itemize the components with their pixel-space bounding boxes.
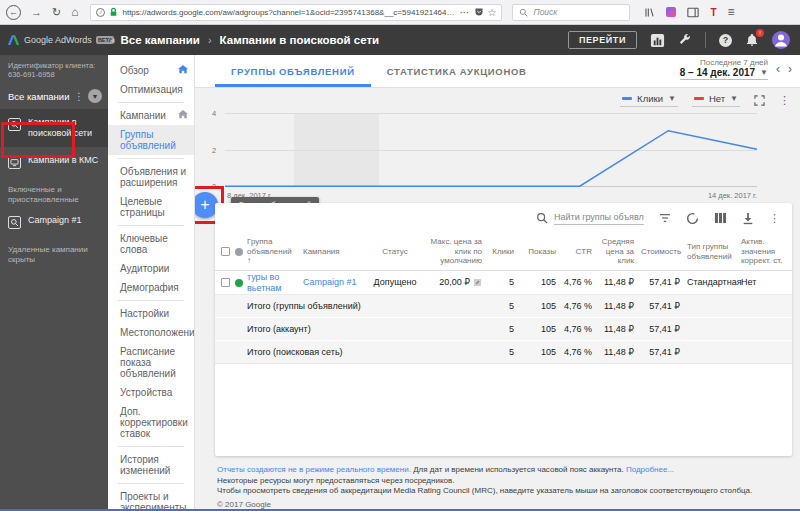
nav-item-campaigns[interactable]: Кампании [108,106,194,125]
date-next-icon[interactable]: › [788,62,792,76]
learn-more-link[interactable]: Подробнее... [626,465,674,474]
nav-item-drafts-experiments[interactable]: Проекты и эксперименты [108,487,194,511]
browser-home-icon[interactable]: ⌂ [71,5,78,19]
page-actions-icon[interactable]: ⋯ [460,7,470,18]
row-checkbox[interactable] [221,278,230,287]
url-text[interactable]: https://adwords.google.com/aw/adgroups?c… [122,8,455,17]
collapse-arrow-icon[interactable]: ◂ [110,35,115,45]
nav-item-landing-pages[interactable]: Целевые страницы [108,192,194,222]
nav-item-ad-schedule[interactable]: Расписание показа объявлений [108,342,194,383]
extension-t-icon[interactable]: T [710,7,716,18]
col-cost[interactable]: Стоимость [641,247,687,257]
collapse-circle-icon[interactable]: ▼ [88,89,102,103]
date-prev-icon[interactable]: ‹ [776,62,780,76]
nav-item-bid-adjustments[interactable]: Доп. корректировки ставок [108,402,194,443]
download-icon[interactable] [742,212,754,225]
col-ctr[interactable]: CTR [563,247,599,257]
col-clicks[interactable]: Клики [489,247,521,257]
nav-item-ad-groups[interactable]: Группы объявлений [108,125,194,155]
campaign-1-label: Campaign #1 [28,215,82,226]
section-nav: Обзор Оптимизация Кампании Группы объявл… [108,55,195,511]
columns-icon[interactable] [714,212,727,224]
nav-divider [118,225,184,226]
tab-auction-stats[interactable]: СТАТИСТИКА АУКЦИОНОВ [371,55,543,87]
date-range-picker[interactable]: Последние 7 дней 8 – 14 дек. 2017 ▼ ‹ › [680,58,792,80]
back-icon[interactable]: ← [6,5,21,20]
table-menu-icon[interactable]: ⋮ [769,212,780,225]
filter-icon[interactable] [659,213,671,223]
sidebar-toggle-icon[interactable] [687,7,699,18]
forward-icon[interactable]: → [31,6,42,18]
table-row: туры во вьетнам Campaign #1 Допущено 20,… [215,271,792,295]
campaign-link[interactable]: Campaign #1 [303,277,367,288]
metric-selector-1[interactable]: Клики ▼ [620,93,678,107]
nav-item-audiences[interactable]: Аудитории [108,259,194,278]
select-all-checkbox[interactable] [221,247,230,256]
col-ad-group[interactable]: Группа объявлений↑ [247,237,303,266]
sort-asc-icon: ↑ [247,256,303,266]
metric-selector-2[interactable]: Нет ▼ [692,93,740,107]
highlights-icon[interactable] [666,7,676,17]
status-enabled-icon[interactable] [235,279,243,287]
edit-pencil-icon[interactable] [473,278,482,287]
status-value: Допущено [367,277,423,288]
browser-search-input[interactable]: Поиск [512,4,630,21]
nav-item-devices[interactable]: Устройства [108,383,194,402]
breadcrumb-current: Кампании в поисковой сети [220,34,380,46]
refresh-icon[interactable]: ↻ [52,6,61,19]
date-range-value[interactable]: 8 – 14 дек. 2017 [680,67,755,78]
status-dot-header-icon[interactable] [235,248,243,256]
campaigns-overflow-icon[interactable]: ⋮ [74,91,84,102]
go-button[interactable]: ПЕРЕЙТИ [568,31,637,49]
nav-item-change-history[interactable]: История изменений [108,450,194,480]
ad-group-link[interactable]: туры во вьетнам [247,272,303,293]
all-campaigns-label: Все кампании [8,91,70,102]
library-icon[interactable] [644,7,655,18]
sidebar-item-campaign-1[interactable]: Campaign #1 [0,207,108,237]
col-ad-group-type[interactable]: Тип группы объявлений [687,242,741,261]
chart-menu-icon[interactable]: ⋮ [779,94,790,107]
pocket-icon[interactable] [474,7,484,17]
tab-ad-groups[interactable]: ГРУППЫ ОБЪЯВЛЕНИЙ [215,55,371,87]
col-impressions[interactable]: Показы [521,247,563,257]
reports-icon[interactable] [650,33,665,48]
sidebar-item-display-campaigns[interactable]: Кампании в КМС [0,147,108,177]
info-icon[interactable]: i [96,8,105,17]
bookmark-star-icon[interactable]: ☆ [488,7,497,18]
col-avg-cpc[interactable]: Средняя цена за клик [599,237,641,266]
realtime-note-link[interactable]: Отчеты создаются не в режиме реального в… [217,465,411,474]
sidebar-item-search-campaigns[interactable]: Кампании в поисковой сети [0,109,108,147]
nav-item-locations[interactable]: Местоположения [108,323,194,342]
menu-icon[interactable]: ≡ [728,5,735,19]
notification-badge: ! [756,29,764,37]
notifications-icon[interactable]: ! [745,33,759,47]
search-icon [519,8,528,17]
adwords-logo-icon [7,34,20,46]
url-bar[interactable]: i https://adwords.google.com/aw/adgroups… [90,4,502,21]
tools-wrench-icon[interactable] [678,33,692,47]
refresh-circle-icon[interactable] [686,212,699,225]
all-campaigns-selector[interactable]: Все кампании ⋮ ▼ [0,79,108,109]
client-id-value: 636-691-6958 [8,70,100,79]
nav-divider [118,158,184,159]
max-cpc-cell[interactable]: 20,00 ₽ [423,277,489,288]
y-tick-2: 2 [212,146,216,155]
nav-item-ads-extensions[interactable]: Объявления и расширения [108,162,194,192]
col-campaign[interactable]: Кампания [303,247,367,257]
expand-chart-icon[interactable] [754,95,765,106]
avatar[interactable] [772,31,790,49]
table-search-input[interactable]: Найти группы объявлен... [536,212,644,225]
col-max-cpc[interactable]: Макс. цена за клик по умолчанию [423,237,489,266]
breadcrumb-root[interactable]: Все кампании [121,34,200,46]
table-header-row: Группа объявлений↑ Кампания Статус Макс.… [215,233,792,271]
help-icon[interactable]: ? [719,34,732,47]
date-caret-icon[interactable]: ▼ [760,68,768,77]
adwords-logo[interactable]: Google AdWords BETA [0,34,108,46]
nav-item-demographics[interactable]: Демография [108,278,194,297]
nav-item-optimization[interactable]: Оптимизация [108,80,194,99]
nav-item-settings[interactable]: Настройки [108,304,194,323]
nav-item-keywords[interactable]: Ключевые слова [108,229,194,259]
col-status[interactable]: Статус [367,247,423,257]
col-adjustments[interactable]: Актив. значения коррект. ст. [741,237,792,266]
nav-item-overview[interactable]: Обзор [108,61,194,80]
